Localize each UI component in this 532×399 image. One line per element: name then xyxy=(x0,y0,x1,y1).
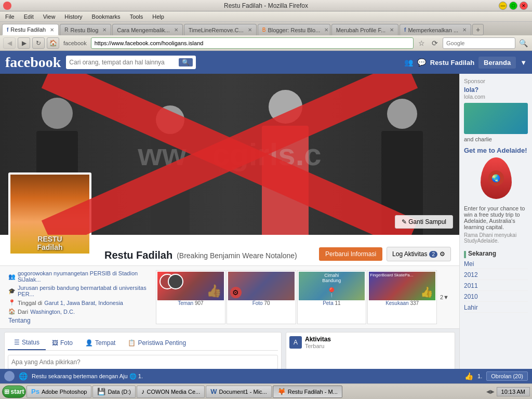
fb-dropdown-icon[interactable]: ▼ xyxy=(520,59,527,66)
search-bar[interactable] xyxy=(443,37,515,49)
tab-close-7[interactable]: ✕ xyxy=(462,27,467,33)
taskbar-photoshop[interactable]: Ps Adobe Photoshop xyxy=(26,385,91,398)
sidebar-ad1-caption: and charlie xyxy=(464,136,528,142)
close-button[interactable]: ✕ xyxy=(520,2,528,10)
menu-tools[interactable]: Tools xyxy=(128,13,145,20)
stat-peta-label: Peta xyxy=(323,300,335,306)
tab-status[interactable]: ☰ Status xyxy=(8,336,46,350)
sekarang-item-2012[interactable]: 2012 xyxy=(464,270,528,280)
refresh-icon[interactable]: ⟳ xyxy=(429,37,441,49)
maximize-button[interactable]: □ xyxy=(509,2,517,10)
home-button[interactable]: 🏠 xyxy=(47,37,59,49)
tab-timeline[interactable]: TimeLineRemove.C... ✕ xyxy=(184,24,257,35)
bookmark-star-icon[interactable]: ☆ xyxy=(416,37,427,49)
sidebar-ad1-image[interactable] xyxy=(464,103,528,134)
tab-close-3[interactable]: ✕ xyxy=(174,27,178,33)
tab-close-4[interactable]: ✕ xyxy=(248,27,252,33)
menu-view[interactable]: View xyxy=(41,13,58,20)
tab-merubah[interactable]: Merubah Profile F... ✕ xyxy=(331,24,398,35)
taskbar-data[interactable]: 💾 Data (D:) xyxy=(92,385,136,398)
tab-label-3: Cara Mengembalik... xyxy=(117,27,170,33)
menu-history[interactable]: History xyxy=(62,13,84,20)
fb-home-button[interactable]: Beranda xyxy=(478,57,516,69)
tab-restu-fadilah[interactable]: f Restu Fadilah ✕ xyxy=(2,24,59,35)
menu-edit[interactable]: Edit xyxy=(22,13,36,20)
favicon-url: facebook xyxy=(61,40,89,46)
tab-blogger[interactable]: B Blogger: Restu Blo... ✕ xyxy=(258,24,330,35)
info-text-4b[interactable]: Washington, D.C. xyxy=(30,309,75,315)
log-aktivitas-button[interactable]: Log Aktivitas 2 ⚙ xyxy=(387,247,451,261)
info-text-3a[interactable]: Garut 1, Jawa Barat, Indonesia xyxy=(44,300,123,306)
taskbar-nav-next[interactable]: ▶ xyxy=(490,389,495,394)
taskbar-photoshop-label: Adobe Photoshop xyxy=(42,389,87,395)
start-button[interactable]: ⊞ start xyxy=(2,385,26,398)
sidebar-pin-image[interactable]: 🌏 xyxy=(481,157,512,199)
profile-picture[interactable]: RESTUFadilah xyxy=(8,172,91,256)
info-icon-3: 📍 xyxy=(8,299,16,306)
taskbar-firefox[interactable]: 🦊 Restu Fadilah - M... xyxy=(273,385,342,398)
info-icon-4: 🏠 xyxy=(8,308,16,315)
url-bar[interactable] xyxy=(91,37,414,49)
browser-title: Restu Fadilah - Mozilla Firefox xyxy=(224,2,308,9)
reload-button[interactable]: ↻ xyxy=(32,37,45,49)
fb-header-icons-msg: 💬 xyxy=(417,58,426,66)
profile-name: Restu Fadilah xyxy=(104,249,172,261)
fb-search-input[interactable] xyxy=(69,59,179,66)
taskbar-cowon[interactable]: ♪ COWON Media Ce... xyxy=(137,385,205,398)
tab-cara[interactable]: Cara Mengembalik... ✕ xyxy=(112,24,183,35)
perbarui-informasi-button[interactable]: Perbarui Informasi xyxy=(319,247,382,261)
tab-peristiwa[interactable]: 📋 Peristiwa Penting xyxy=(122,336,192,350)
info-text-2[interactable]: Jurusan persib bandung bermartabat di un… xyxy=(18,285,156,297)
tentang-link[interactable]: Tentang xyxy=(8,317,31,324)
person-1-head xyxy=(42,98,73,129)
tab-close-6[interactable]: ✕ xyxy=(390,27,394,33)
search-icon[interactable]: 🔍 xyxy=(517,37,529,49)
stat-peta[interactable]: 📍 Cimahi Bandung Peta 11 xyxy=(297,270,367,324)
tab-close-2[interactable]: ✕ xyxy=(102,27,107,33)
tab-foto[interactable]: 🖼 Foto xyxy=(46,336,79,350)
ganti-sampul-button[interactable]: ✎ Ganti Sampul xyxy=(395,215,453,229)
forward-button[interactable]: ▶ xyxy=(18,37,30,49)
thumb-foto: ⚙ xyxy=(228,272,295,300)
settings-icon: ⚙ xyxy=(440,250,445,258)
sidebar-flag-icon: 🌏 xyxy=(488,170,504,186)
peristiwa-icon: 📋 xyxy=(128,339,136,347)
tab-memperkenalkan[interactable]: f Memperkenalkan ... ✕ xyxy=(400,24,471,35)
stat-kesukaan[interactable]: 👍 FingerBoard SkatePa... Kesukaan 337 xyxy=(367,270,437,324)
menu-bookmarks[interactable]: Bookmarks xyxy=(90,13,123,20)
tab-label-2: Restu Blog xyxy=(70,27,98,33)
stat-teman[interactable]: 👍 Teman 907 xyxy=(156,270,225,324)
menu-file[interactable]: File xyxy=(3,13,17,20)
log-aktivitas-label: Log Aktivitas xyxy=(392,250,427,258)
profile-subname: (Breaking Benjamin Weare Notalone) xyxy=(177,251,297,260)
post-input[interactable] xyxy=(8,355,278,369)
fb-search-button[interactable]: 🔍 xyxy=(179,58,193,66)
person-2-head xyxy=(156,105,184,134)
taskbar-document[interactable]: W Document1 - Mic... xyxy=(206,385,272,398)
taskbar-nav-prev[interactable]: ◀ xyxy=(486,389,490,394)
sidebar-ad1-title[interactable]: lola? xyxy=(464,86,528,94)
fb-header-right: 👥 💬 Restu Fadilah Beranda ▼ xyxy=(404,57,527,69)
sekarang-item-lahir[interactable]: Lahir xyxy=(464,303,528,313)
more-button[interactable]: 2▼ xyxy=(438,270,451,324)
tab-close-1[interactable]: ✕ xyxy=(50,27,54,33)
tab-tempat[interactable]: 👤 Tempat xyxy=(79,336,122,350)
sekarang-item-2011[interactable]: 2011 xyxy=(464,281,528,291)
info-text-4a: Dari xyxy=(18,309,28,315)
sekarang-item-2010[interactable]: 2010 xyxy=(464,292,528,302)
foto-label: Foto xyxy=(60,339,73,347)
sidebar-ad2-title[interactable]: Get me to Adelaide! xyxy=(464,147,528,154)
stat-foto[interactable]: ⚙ Foto 70 xyxy=(227,270,296,324)
sekarang-item-mei[interactable]: Mei xyxy=(464,259,528,269)
minimize-button[interactable]: — xyxy=(499,2,507,10)
sekarang-bar xyxy=(464,251,466,258)
info-col: 👥 gogorowokan nyumangetan PERSIB di Stad… xyxy=(8,270,156,324)
new-tab-button[interactable]: + xyxy=(472,24,484,35)
fb-username[interactable]: Restu Fadilah xyxy=(430,59,474,66)
obrolan-button[interactable]: Obrolan (20) xyxy=(486,371,528,381)
info-text-1[interactable]: gogorowokan nyumangetan PERSIB di Stadio… xyxy=(18,270,156,283)
tab-close-5[interactable]: ✕ xyxy=(324,27,328,33)
menu-help[interactable]: Help xyxy=(150,13,166,20)
tab-restu-blog[interactable]: R Restu Blog ✕ xyxy=(60,24,111,35)
back-button[interactable]: ◀ xyxy=(3,37,16,49)
